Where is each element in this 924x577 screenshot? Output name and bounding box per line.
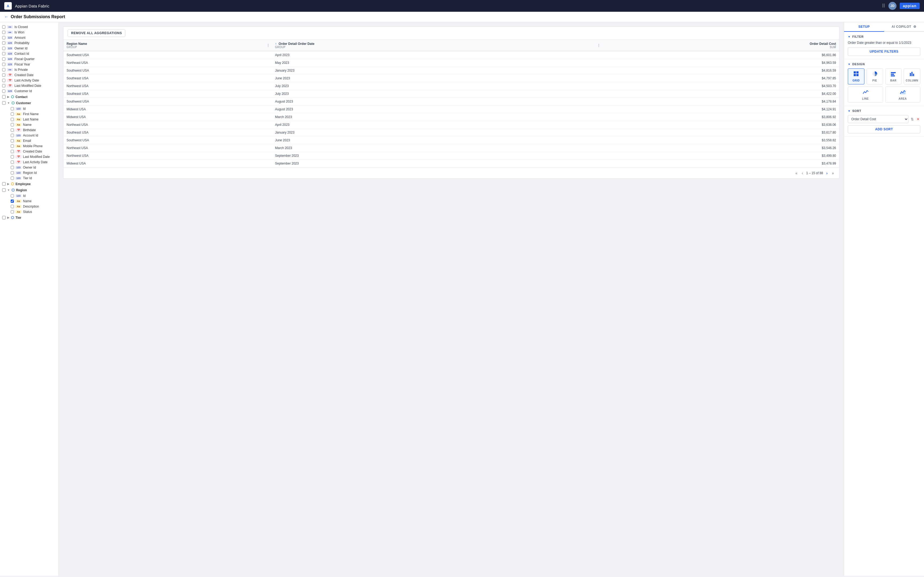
cust-lastname-field[interactable]: Aa Last Name	[0, 117, 58, 122]
sort-remove-button[interactable]: ✕	[916, 116, 920, 122]
cust-firstname-field[interactable]: Aa First Name	[0, 111, 58, 117]
cust-region-id-field[interactable]: 123 Region Id	[0, 170, 58, 176]
user-avatar[interactable]: JD	[888, 2, 897, 10]
cust-email-checkbox[interactable]	[11, 139, 14, 142]
col-cost-menu[interactable]: ⋮	[834, 44, 837, 47]
reg-status-checkbox[interactable]	[11, 210, 14, 213]
tier-group-checkbox[interactable]	[2, 216, 6, 219]
field-fiscal-year[interactable]: 123 Fiscal Year	[0, 62, 58, 67]
field-last-modified-date-checkbox[interactable]	[2, 84, 5, 87]
cust-birthdate-checkbox[interactable]	[11, 129, 14, 132]
design-grid-option[interactable]: GRID	[848, 68, 864, 84]
cust-tier-id-checkbox[interactable]	[11, 177, 14, 180]
reg-desc-field[interactable]: Aa Description	[0, 204, 58, 209]
cust-region-id-checkbox[interactable]	[11, 171, 14, 174]
design-bar-option[interactable]: BAR	[885, 68, 902, 84]
cust-birthdate-field[interactable]: 📅 Birthdate	[0, 127, 58, 133]
field-created-date-checkbox[interactable]	[2, 73, 5, 77]
reg-name-checkbox[interactable]	[11, 200, 14, 203]
reg-id-field[interactable]: 123 Id	[0, 193, 58, 198]
design-pie-option[interactable]: PIE	[866, 68, 883, 84]
next-page-button[interactable]: ›	[825, 171, 829, 176]
cust-owner-id-field[interactable]: 123 Owner Id	[0, 165, 58, 170]
cust-activity-date-field[interactable]: 📅 Last Activity Date	[0, 160, 58, 165]
field-owner-id-checkbox[interactable]	[2, 47, 5, 50]
field-is-closed[interactable]: ●● Is Closed	[0, 24, 58, 30]
field-is-won-checkbox[interactable]	[2, 31, 5, 34]
cust-email-field[interactable]: Aa Email	[0, 138, 58, 143]
col-region-menu[interactable]: ⋮	[267, 44, 270, 47]
reg-name-field[interactable]: Aa Name	[0, 198, 58, 204]
reg-desc-checkbox[interactable]	[11, 205, 14, 208]
first-page-button[interactable]: «	[794, 171, 799, 176]
add-sort-button[interactable]: ADD SORT	[848, 125, 920, 133]
design-section-header[interactable]: ▼ DESIGN	[848, 63, 920, 66]
cell-region: Midwest USA	[63, 160, 272, 168]
field-is-private[interactable]: ●● Is Private	[0, 67, 58, 73]
cust-account-id-checkbox[interactable]	[11, 134, 14, 137]
field-is-private-checkbox[interactable]	[2, 68, 5, 71]
contact-group-checkbox[interactable]	[2, 95, 6, 98]
cust-modified-date-field[interactable]: 📅 Last Modified Date	[0, 154, 58, 160]
grid-icon[interactable]: ⠿	[882, 3, 885, 9]
contact-group-header[interactable]: ▶ ⬡ Contact	[0, 94, 58, 100]
reg-id-checkbox[interactable]	[11, 194, 14, 197]
field-fiscal-quarter[interactable]: 123 Fiscal Quarter	[0, 56, 58, 62]
filter-section-header[interactable]: ▼ FILTER	[848, 35, 920, 38]
cust-tier-id-field[interactable]: 123 Tier Id	[0, 176, 58, 181]
cust-lastname-checkbox[interactable]	[11, 118, 14, 121]
cust-account-id-field[interactable]: 123 Account Id	[0, 133, 58, 138]
field-customer-id[interactable]: 123 Customer Id	[0, 89, 58, 94]
customer-group-header[interactable]: ▼ ⬡ Customer	[0, 100, 58, 106]
field-contact-id-checkbox[interactable]	[2, 52, 5, 55]
cust-mobile-checkbox[interactable]	[11, 145, 14, 148]
cust-name-field[interactable]: Aa Name	[0, 122, 58, 127]
employee-group-checkbox[interactable]	[2, 182, 6, 185]
update-filters-button[interactable]: UPDATE FILTERS	[848, 47, 920, 56]
sort-section-header[interactable]: ▼ SORT	[848, 109, 920, 113]
cust-mobile-field[interactable]: Aa Mobile Phone	[0, 143, 58, 149]
employee-group-header[interactable]: ▶ ⬡ Employee	[0, 181, 58, 187]
design-area-option[interactable]: AREA	[885, 87, 921, 103]
reg-status-field[interactable]: Aa Status	[0, 209, 58, 214]
cust-owner-id-checkbox[interactable]	[11, 166, 14, 169]
back-button[interactable]: ←	[4, 15, 8, 19]
cust-created-date-field[interactable]: 📅 Created Date	[0, 149, 58, 154]
remove-aggregations-button[interactable]: REMOVE ALL AGGREGATIONS	[68, 29, 125, 37]
field-probability-checkbox[interactable]	[2, 41, 5, 45]
last-page-button[interactable]: »	[831, 171, 835, 176]
cust-id-field[interactable]: 123 Id	[0, 106, 58, 111]
design-line-option[interactable]: LINE	[848, 87, 883, 103]
design-column-option[interactable]: COLUMN	[904, 68, 920, 84]
field-is-won[interactable]: ●● Is Won	[0, 30, 58, 35]
cust-modified-date-checkbox[interactable]	[11, 155, 14, 158]
tab-setup[interactable]: SETUP	[844, 22, 884, 32]
field-created-date[interactable]: 📅 Created Date	[0, 73, 58, 78]
field-amount-checkbox[interactable]	[2, 36, 5, 39]
tab-ai-copilot[interactable]: AI COPILOT ⚙	[884, 22, 924, 31]
sort-field-select[interactable]: Order Detail Cost Region Name Order Deta…	[848, 115, 908, 123]
field-last-modified-date[interactable]: 📅 Last Modified Date	[0, 83, 58, 89]
cust-created-date-checkbox[interactable]	[11, 150, 14, 153]
prev-page-button[interactable]: ‹	[801, 171, 804, 176]
field-last-activity-date-checkbox[interactable]	[2, 79, 5, 82]
cust-name-checkbox[interactable]	[11, 123, 14, 126]
region-group-checkbox[interactable]	[2, 188, 6, 192]
sort-direction-button[interactable]: ⇅	[910, 116, 914, 122]
region-group-header[interactable]: ▼ ⬡ Region	[0, 187, 58, 193]
field-is-closed-checkbox[interactable]	[2, 25, 5, 29]
field-contact-id[interactable]: 123 Contact Id	[0, 51, 58, 56]
field-amount[interactable]: 123 Amount	[0, 35, 58, 40]
field-probability[interactable]: 123 Probability	[0, 40, 58, 46]
field-fiscal-year-checkbox[interactable]	[2, 63, 5, 66]
field-fiscal-quarter-checkbox[interactable]	[2, 57, 5, 61]
col-date-menu[interactable]: ⋮	[597, 44, 600, 47]
tier-group-header[interactable]: ▶ ⬡ Tier	[0, 214, 58, 221]
field-customer-id-checkbox[interactable]	[2, 89, 5, 93]
cust-firstname-checkbox[interactable]	[11, 113, 14, 116]
field-owner-id[interactable]: 123 Owner Id	[0, 46, 58, 51]
field-last-activity-date[interactable]: 📅 Last Activity Date	[0, 78, 58, 83]
customer-group-checkbox[interactable]	[2, 101, 6, 105]
cust-id-checkbox[interactable]	[11, 107, 14, 110]
cust-activity-date-checkbox[interactable]	[11, 161, 14, 164]
